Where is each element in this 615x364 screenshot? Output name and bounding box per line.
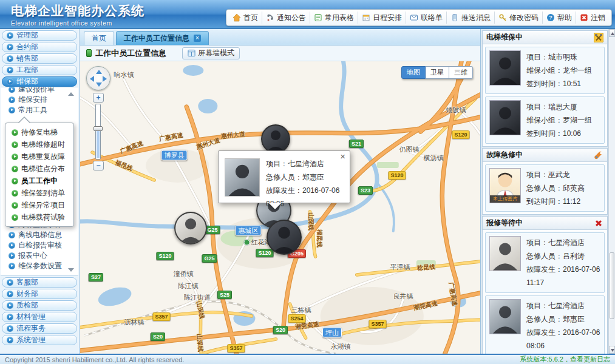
scrollbar-up-icon[interactable] bbox=[609, 29, 615, 37]
sidebar-group[interactable]: 质检部 bbox=[2, 300, 77, 311]
topnav-item-logout[interactable]: 注销 bbox=[576, 12, 609, 24]
sidebar-group-label: 客服部 bbox=[16, 277, 38, 288]
pan-right-icon[interactable] bbox=[103, 76, 107, 82]
sidebar-subitem[interactable]: 电梯维修超时 bbox=[5, 138, 73, 150]
sidebar-subitem[interactable]: 离线电梯信息 bbox=[1, 230, 78, 240]
status-card[interactable]: 项目：七星湾酒店急修人员：郑惠臣故障发生：2016-07-06 08:06 bbox=[485, 295, 605, 356]
map-type-button[interactable]: 卫星 bbox=[426, 66, 449, 79]
sidebar-subitem[interactable]: 待修复电梯 bbox=[5, 126, 73, 138]
form-icon bbox=[314, 13, 322, 22]
sidebar-subitem[interactable]: 维保异常项目 bbox=[5, 199, 73, 211]
map-label-text: 仍图镇 bbox=[399, 146, 420, 153]
pan-left-icon[interactable] bbox=[90, 76, 94, 82]
tab-active[interactable]: 工作中员工位置信息× bbox=[116, 31, 209, 45]
version-info-link[interactable]: 系统版本:5.6.2，查看更新日志 bbox=[520, 355, 610, 364]
sidebar-subitem[interactable]: 建议报价单 bbox=[1, 87, 78, 95]
topnav-item-help[interactable]: ?帮助 bbox=[543, 12, 576, 24]
sidebar-subitem[interactable]: 电梯载荷试验 bbox=[5, 211, 73, 223]
road-shield: S120 bbox=[388, 171, 406, 180]
status-card[interactable]: 项目：城市明珠维保小组：龙华一组签到时间：10:51 bbox=[485, 47, 605, 94]
app-subtitle: Elevator intelligent office system bbox=[11, 19, 144, 27]
right-scrollbar[interactable] bbox=[608, 29, 615, 354]
employee-photo-marker[interactable] bbox=[174, 212, 207, 244]
topnav-item-contact-sheet[interactable]: 联络单 bbox=[406, 12, 447, 24]
map-label-text: 矮陂镇 bbox=[446, 106, 466, 113]
zoom-slider-handle[interactable] bbox=[93, 126, 103, 131]
panel-header[interactable]: 故障急修中 bbox=[483, 149, 607, 162]
pan-down-icon[interactable] bbox=[96, 83, 102, 87]
sidebar-subitem[interactable]: 维保参数设置 bbox=[1, 261, 78, 271]
map-town-label: 沥林镇 bbox=[124, 318, 144, 327]
sidebar-subitem-label: 维保安排 bbox=[18, 95, 47, 105]
pan-up-icon[interactable] bbox=[96, 70, 102, 74]
sidebar-group[interactable]: 系统管理 bbox=[2, 335, 77, 345]
topnav-label: 联络单 bbox=[421, 13, 443, 23]
map-road-label: 山深线 bbox=[195, 333, 205, 352]
map-label-text: 坪山 bbox=[325, 329, 339, 336]
sidebar-subitem-label: 维保签到清单 bbox=[21, 188, 65, 198]
status-card[interactable]: 未上传图片项目：巫武龙急修人员：邱英高到达时间：11:12 bbox=[485, 164, 605, 212]
sidebar-group[interactable]: 管理部 bbox=[2, 30, 77, 41]
card-text: 项目：城市明珠维保小组：龙华一组签到时间：10:51 bbox=[526, 50, 592, 90]
sidebar-subitem[interactable]: 自检报告审核 bbox=[1, 240, 78, 251]
sidebar-group[interactable]: 工程部 bbox=[2, 65, 77, 75]
app-window: 电梯企业智能办公系统 Elevator intelligent office s… bbox=[0, 0, 615, 364]
panel-title: 电梯维保中 bbox=[486, 32, 594, 42]
card-line: 急修人员：郑惠臣 bbox=[526, 312, 600, 326]
map-pan-control[interactable] bbox=[86, 66, 110, 90]
scrollbar-down-icon[interactable] bbox=[609, 346, 615, 354]
sidebar-group[interactable]: 客服部 bbox=[2, 277, 77, 288]
map-zoom-control: + − bbox=[93, 93, 104, 170]
road-shield: S357 bbox=[227, 344, 245, 352]
sidebar-group[interactable]: 销售部 bbox=[2, 53, 77, 64]
employee-photo-marker[interactable] bbox=[261, 124, 290, 153]
employee-photo-marker[interactable] bbox=[267, 220, 302, 255]
zoom-slider-track[interactable] bbox=[95, 104, 101, 160]
sidebar-subitem[interactable]: 维保安排 bbox=[1, 95, 78, 105]
map-type-switcher: 地图卫星三维 bbox=[401, 66, 473, 79]
sidebar-subitem[interactable]: 维保签到清单 bbox=[5, 187, 73, 199]
sidebar-group[interactable]: 合约部 bbox=[2, 42, 77, 52]
map-label-text: 潼侨镇 bbox=[174, 270, 194, 277]
card-text: 项目：七星湾酒店急修人员：吕利涛故障发生：2016-07-06 11:17 bbox=[526, 236, 600, 289]
topnav-item-password[interactable]: 修改密码 bbox=[495, 12, 543, 24]
sidebar-subitem[interactable]: 电梯重复故障 bbox=[5, 150, 73, 163]
panel-header[interactable]: 报修等待中 bbox=[483, 217, 607, 230]
chevron-right-icon bbox=[7, 279, 13, 286]
topnav-item-push-message[interactable]: 推送消息 bbox=[447, 12, 495, 24]
topnav-item-form[interactable]: 常用表格 bbox=[310, 12, 358, 24]
sidebar-subitem[interactable]: 常用工具 bbox=[1, 105, 78, 115]
topnav-item-announcement[interactable]: 通知公告 bbox=[262, 12, 310, 24]
panel-header[interactable]: 电梯维保中 bbox=[483, 31, 607, 44]
map-road-label: 福昆线 bbox=[315, 229, 324, 248]
tab-home[interactable]: 首页 bbox=[84, 31, 114, 45]
sidebar-group[interactable]: 材料管理 bbox=[2, 312, 77, 322]
zoom-out-button[interactable]: − bbox=[93, 161, 104, 170]
scroll-down-icon[interactable] bbox=[68, 268, 74, 272]
topnav-item-calendar[interactable]: 日程安排 bbox=[358, 12, 406, 24]
sidebar-group[interactable]: 财务部 bbox=[2, 289, 77, 299]
zoom-in-button[interactable]: + bbox=[93, 93, 104, 103]
sidebar-subitem[interactable]: 电梯驻点分布 bbox=[5, 163, 73, 175]
map-viewport[interactable]: 响水镇矮陂镇博罗县仍图镇横沥镇惠城区红花湖平潭镇良井镇潼侨镇陈江镇陈江街道沥林镇… bbox=[80, 61, 480, 354]
tab-close-icon[interactable]: × bbox=[194, 35, 201, 42]
panel-title: 报修等待中 bbox=[486, 218, 594, 228]
sidebar-group[interactable]: 维保部 bbox=[2, 76, 77, 87]
svg-text:?: ? bbox=[549, 15, 552, 21]
toolbar: 工作中员工位置信息 屏幕墙模式 bbox=[80, 46, 480, 61]
sidebar-subitem-label: 报表中心 bbox=[18, 251, 47, 261]
chevron-right-icon bbox=[12, 190, 18, 197]
scrollbar-thumb[interactable] bbox=[610, 252, 614, 319]
sidebar-subitem[interactable]: 员工工作中 bbox=[5, 175, 73, 187]
scroll-up-icon[interactable] bbox=[68, 92, 74, 96]
screen-wall-mode-button[interactable]: 屏幕墙模式 bbox=[182, 47, 240, 59]
map-type-button[interactable]: 三维 bbox=[449, 66, 473, 79]
sidebar-subitem[interactable]: 报表中心 bbox=[1, 251, 78, 261]
topnav-item-home[interactable]: 首页 bbox=[229, 12, 262, 24]
status-card[interactable]: 项目：七星湾酒店急修人员：吕利涛故障发生：2016-07-06 11:17 bbox=[485, 232, 605, 293]
map-type-button[interactable]: 地图 bbox=[401, 66, 426, 79]
sidebar-group[interactable]: 流程事务 bbox=[2, 323, 77, 334]
map-town-label: 陈江镇 bbox=[178, 281, 199, 291]
status-card[interactable]: 项目：瑞思大厦维保小组：罗湖一组签到时间：10:06 bbox=[485, 96, 605, 144]
sidebar-group-label: 质检部 bbox=[16, 300, 38, 311]
